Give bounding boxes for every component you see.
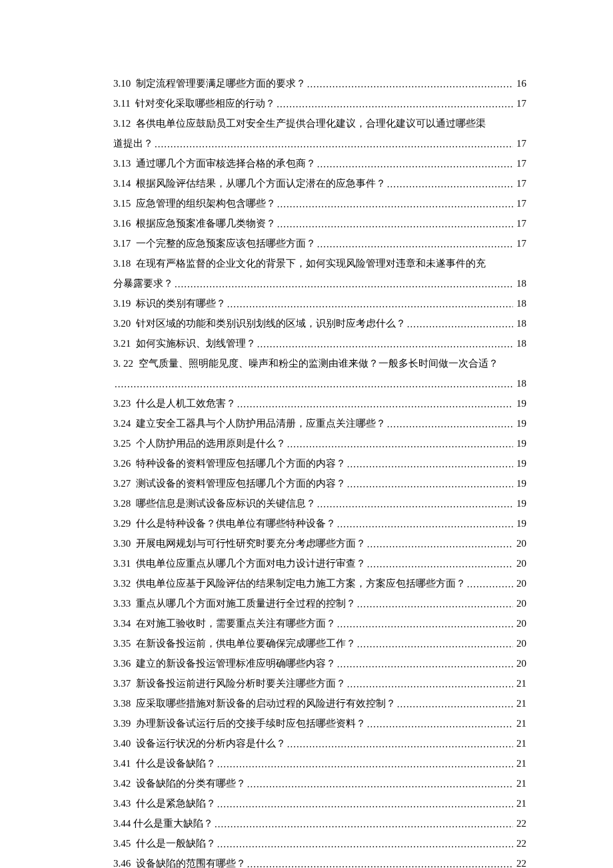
toc-leader-dots: ........................................… xyxy=(246,857,513,868)
toc-leader-dots: ........................................… xyxy=(306,77,513,92)
toc-entry-title: 特种设备的资料管理应包括哪几个方面的内容？ xyxy=(136,456,346,471)
toc-entry-number: 3.28 xyxy=(113,496,136,511)
toc-entry-number: 3.40 xyxy=(113,736,136,751)
toc-entry-number: 3.42 xyxy=(113,776,136,791)
toc-leader-dots: ........................................… xyxy=(275,97,513,112)
toc-leader-dots: ........................................… xyxy=(336,657,513,672)
toc-entry[interactable]: 3.20 针对区域的功能和类别识别划线的区域，识别时应考虑什么？........… xyxy=(113,316,526,331)
toc-entry-page: 19 xyxy=(513,436,526,451)
toc-entry[interactable]: 3.25 个人防护用品的选用原则是什么？....................… xyxy=(113,436,526,451)
toc-leader-dots: ........................................… xyxy=(113,377,513,392)
toc-entry[interactable]: 3.35 在新设备投运前，供电单位要确保完成哪些工作？.............… xyxy=(113,636,526,651)
toc-entry-number: 3.46 xyxy=(113,856,136,868)
toc-entry[interactable]: 3.14 根据风险评估结果，从哪几个方面认定潜在的应急事件？..........… xyxy=(113,176,526,191)
toc-entry[interactable]: 3.28 哪些信息是测试设备应标识的关键信息？.................… xyxy=(113,496,526,511)
toc-leader-dots: ........................................… xyxy=(316,497,513,512)
table-of-contents: 3.10 制定流程管理要满足哪些方面的要求？..................… xyxy=(113,76,526,868)
toc-leader-dots: ........................................… xyxy=(366,717,513,732)
toc-entry-title: 什么是特种设备？供电单位有哪些特种设备？ xyxy=(136,516,336,531)
toc-entry-number: 3.24 xyxy=(113,416,136,431)
toc-entry-number: 3.19 xyxy=(113,296,136,311)
toc-entry[interactable]: 3.21 如何实施标识、划线管理？.......................… xyxy=(113,336,526,351)
toc-entry[interactable]: 3.31 供电单位应重点从哪几个方面对电力设计进行审查？............… xyxy=(113,556,526,571)
toc-entry[interactable]: 3.32 供电单位应基于风险评估的结果制定电力施工方案，方案应包括哪些方面？..… xyxy=(113,576,526,591)
toc-leader-dots: ........................................… xyxy=(336,517,513,532)
document-page: 3.10 制定流程管理要满足哪些方面的要求？..................… xyxy=(0,0,613,868)
toc-entry[interactable]: 3.30 开展电网规划与可行性研究时要充分考虑哪些方面？............… xyxy=(113,536,526,551)
toc-entry-number: 3.17 xyxy=(113,236,136,251)
toc-entry[interactable]: 3.27 测试设备的资料管理应包括哪几个方面的内容？..............… xyxy=(113,476,526,491)
toc-entry[interactable]: 3.34 在对施工验收时，需要重点关注有哪些方面？...............… xyxy=(113,616,526,631)
toc-entry-page: 17 xyxy=(513,96,526,111)
toc-entry-title: 在对施工验收时，需要重点关注有哪些方面？ xyxy=(136,616,336,631)
toc-entry-page: 22 xyxy=(513,836,526,851)
toc-entry[interactable]: 3.26 特种设备的资料管理应包括哪几个方面的内容？..............… xyxy=(113,456,526,471)
toc-entry-page: 17 xyxy=(513,236,526,251)
toc-entry-title: 标识的类别有哪些？ xyxy=(136,296,226,311)
toc-leader-dots: ........................................… xyxy=(256,337,513,352)
toc-entry[interactable]: 3.45 什么是一般缺陷？...........................… xyxy=(113,836,526,851)
toc-entry-title: 设备缺陷的范围有哪些？ xyxy=(136,856,246,868)
toc-entry[interactable]: 3.18 在现有严格监督的企业文化的背景下，如何实现风险管理对违章和未遂事件的充… xyxy=(113,256,526,291)
toc-entry-number: 3.11 xyxy=(113,96,135,111)
toc-entry[interactable]: 3.40 设备运行状况的分析内容是什么？....................… xyxy=(113,736,526,751)
toc-entry[interactable]: 3.39 办理新设备试运行后的交接手续时应包括哪些资料？............… xyxy=(113,716,526,731)
toc-entry-title: 新设备投运前进行风险分析时要关注哪些方面？ xyxy=(136,676,346,691)
toc-entry[interactable]: 3.43 什么是紧急缺陷？...........................… xyxy=(113,796,526,811)
toc-entry-page: 18 xyxy=(513,336,526,351)
toc-entry-title: 应采取哪些措施对新设备的启动过程的风险进行有效控制？ xyxy=(136,696,396,711)
toc-leader-dots: ........................................… xyxy=(286,437,513,452)
toc-entry[interactable]: 3.23 什么是人机工效危害？.........................… xyxy=(113,396,526,411)
toc-entry-number: 3.13 xyxy=(113,156,136,171)
toc-entry[interactable]: 3.24 建立安全工器具与个人防护用品清册，应重点关注哪些？..........… xyxy=(113,416,526,431)
toc-entry-title: 如何实施标识、划线管理？ xyxy=(136,336,256,351)
toc-entry-title-cont: 分暴露要求？ xyxy=(113,276,173,291)
toc-entry[interactable]: 3.12 各供电单位应鼓励员工对安全生产提供合理化建议，合理化建议可以通过哪些渠… xyxy=(113,116,526,151)
toc-leader-dots: ........................................… xyxy=(316,157,513,172)
toc-entry[interactable]: 3.41 什么是设备缺陷？...........................… xyxy=(113,756,526,771)
toc-entry-title: 空气质量、照明能见度、噪声和粉尘的监测由谁来做？一般多长时间做一次合适？ xyxy=(139,356,498,371)
toc-entry[interactable]: 3.33 重点从哪几个方面对施工质量进行全过程的控制？.............… xyxy=(113,596,526,611)
toc-entry[interactable]: 3.17 一个完整的应急预案应该包括哪些方面？.................… xyxy=(113,236,526,251)
toc-leader-dots: ........................................… xyxy=(173,277,513,292)
toc-entry-number: 3.36 xyxy=(113,656,136,671)
toc-entry-title: 制定流程管理要满足哪些方面的要求？ xyxy=(136,76,306,91)
toc-entry-page: 17 xyxy=(513,216,526,231)
toc-entry-title: 什么是人机工效危害？ xyxy=(136,396,236,411)
toc-entry-page: 19 xyxy=(513,416,526,431)
toc-entry[interactable]: 3.11 针对变化采取哪些相应的行动？.....................… xyxy=(113,96,526,111)
toc-entry-number: 3.35 xyxy=(113,636,136,651)
toc-entry[interactable]: 3.36 建立的新设备投运管理标准应明确哪些内容？...............… xyxy=(113,656,526,671)
toc-entry[interactable]: 3.19 标识的类别有哪些？..........................… xyxy=(113,296,526,311)
toc-entry-number: 3.37 xyxy=(113,676,136,691)
toc-entry[interactable]: 3.44 什么是重大缺陷？...........................… xyxy=(113,816,526,831)
toc-entry-title: 供电单位应基于风险评估的结果制定电力施工方案，方案应包括哪些方面？ xyxy=(136,576,466,591)
toc-entry-page: 18 xyxy=(513,376,526,391)
toc-entry-page: 19 xyxy=(513,496,526,511)
toc-entry-page: 16 xyxy=(513,76,526,91)
toc-entry-number: 3.30 xyxy=(113,536,136,551)
toc-entry-page: 20 xyxy=(513,636,526,651)
toc-entry[interactable]: 3.15 应急管理的组织架构包含哪些？.....................… xyxy=(113,196,526,211)
toc-entry[interactable]: 3.42 设备缺陷的分类有哪些？........................… xyxy=(113,776,526,791)
toc-entry[interactable]: 3.10 制定流程管理要满足哪些方面的要求？..................… xyxy=(113,76,526,91)
toc-entry[interactable]: 3.37 新设备投运前进行风险分析时要关注哪些方面？..............… xyxy=(113,676,526,691)
toc-entry-title: 在现有严格监督的企业文化的背景下，如何实现风险管理对违章和未遂事件的充 xyxy=(136,256,486,271)
toc-entry-page: 17 xyxy=(513,196,526,211)
toc-entry[interactable]: 3. 22 空气质量、照明能见度、噪声和粉尘的监测由谁来做？一般多长时间做一次合… xyxy=(113,356,526,391)
toc-leader-dots: ........................................… xyxy=(356,637,513,652)
toc-entry-title: 办理新设备试运行后的交接手续时应包括哪些资料？ xyxy=(136,716,366,731)
toc-entry[interactable]: 3.13 通过哪几个方面审核选择合格的承包商？.................… xyxy=(113,156,526,171)
toc-entry-number: 3.44 xyxy=(113,816,133,831)
toc-leader-dots: ........................................… xyxy=(396,697,513,712)
toc-entry[interactable]: 3.38 应采取哪些措施对新设备的启动过程的风险进行有效控制？.........… xyxy=(113,696,526,711)
toc-leader-dots: ........................................… xyxy=(153,137,513,152)
toc-entry-page: 21 xyxy=(513,676,526,691)
toc-entry[interactable]: 3.46 设备缺陷的范围有哪些？........................… xyxy=(113,856,526,868)
toc-entry-title-cont: 道提出？ xyxy=(113,136,153,151)
toc-entry[interactable]: 3.16 根据应急预案准备哪几类物资？.....................… xyxy=(113,216,526,231)
toc-entry[interactable]: 3.29 什么是特种设备？供电单位有哪些特种设备？...............… xyxy=(113,516,526,531)
toc-entry-page: 21 xyxy=(513,756,526,771)
toc-entry-number: 3.23 xyxy=(113,396,136,411)
toc-entry-number: 3.33 xyxy=(113,596,136,611)
